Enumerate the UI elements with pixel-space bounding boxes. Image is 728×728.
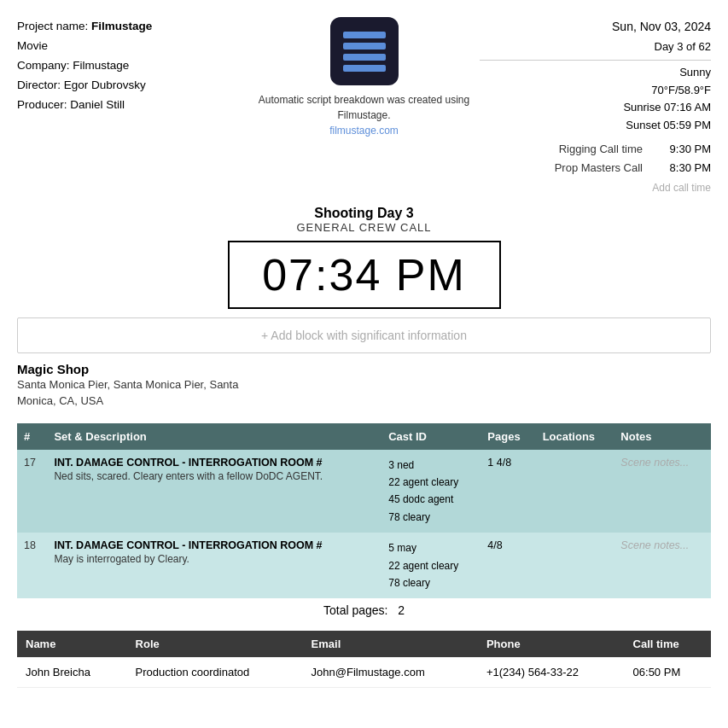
cast-table: Name Role Email Phone Call time John Bre… (17, 631, 711, 688)
prop-masters-row: Prop Masters Call 8:30 PM (480, 159, 711, 178)
list-item: John Breicha Production coordinatod John… (17, 657, 711, 688)
cast-call-time: 06:50 PM (625, 657, 711, 688)
total-pages-block: Total pages: 2 (17, 603, 711, 617)
scene-set-desc: INT. DAMAGE CONTROL - INTERROGATION ROOM… (47, 533, 381, 598)
date-display: Sun, Nov 03, 2024 (480, 17, 711, 38)
logo-lines (343, 32, 386, 72)
scene-cast-ids: 3 ned22 agent cleary45 dodc agent78 clea… (381, 450, 480, 533)
col-header-cast-id: Cast ID (381, 423, 480, 450)
producer-label: Producer: (17, 98, 67, 111)
col-header-pages: Pages (480, 423, 535, 450)
weather-condition: Sunny (480, 64, 711, 82)
cast-table-header-row: Name Role Email Phone Call time (17, 631, 711, 657)
weather-block: Sunny 70°F/58.9°F Sunrise 07:16 AM Sunse… (480, 64, 711, 135)
col-header-set-desc: Set & Description (47, 423, 381, 450)
cast-role: Production coordinatod (127, 657, 303, 688)
table-row: 17 INT. DAMAGE CONTROL - INTERROGATION R… (17, 450, 711, 533)
cast-col-call-time: Call time (625, 631, 711, 657)
location-address-line2: Monica, CA, USA (17, 394, 103, 407)
cast-col-phone: Phone (478, 631, 625, 657)
prop-masters-label: Prop Masters Call (555, 159, 643, 178)
director-name: Egor Dubrovsky (64, 79, 146, 91)
prop-masters-value: 8:30 PM (660, 159, 711, 178)
cast-phone: +1(234) 564-33-22 (478, 657, 625, 688)
cast-email: John@Filmustage.com (303, 657, 478, 688)
scene-set-desc: INT. DAMAGE CONTROL - INTERROGATION ROOM… (47, 450, 381, 533)
project-name: Filmustage (91, 20, 152, 32)
col-header-notes: Notes (614, 423, 711, 450)
cast-col-email: Email (303, 631, 478, 657)
scene-locations (536, 450, 614, 533)
sunrise: Sunrise 07:16 AM (480, 99, 711, 117)
day-info: Day 3 of 62 (480, 38, 711, 56)
col-header-locations: Locations (536, 423, 614, 450)
scene-num: 17 (17, 450, 47, 533)
company-name: Filmustage (73, 59, 129, 72)
filmustage-link[interactable]: filmustage.com (329, 125, 399, 137)
general-crew-label: GENERAL CREW CALL (17, 221, 711, 234)
location-address: Santa Monica Pier, Santa Monica Pier, Sa… (17, 376, 711, 410)
table-row: 18 INT. DAMAGE CONTROL - INTERROGATION R… (17, 533, 711, 598)
add-info-block[interactable]: + Add block with significant information (17, 317, 711, 353)
shooting-day-title: Shooting Day 3 (17, 206, 711, 221)
scene-table-header-row: # Set & Description Cast ID Pages Locati… (17, 423, 711, 450)
scene-pages: 1 4/8 (480, 450, 535, 533)
project-name-label: Project name: (17, 20, 88, 32)
rigging-call-row: Rigging Call time 9:30 PM (480, 140, 711, 159)
cast-col-role: Role (127, 631, 303, 657)
shooting-day-block: Shooting Day 3 GENERAL CREW CALL (17, 206, 711, 234)
date-weather-block: Sun, Nov 03, 2024 Day 3 of 62 Sunny 70°F… (480, 17, 711, 197)
scene-table: # Set & Description Cast ID Pages Locati… (17, 423, 711, 599)
scene-num: 18 (17, 533, 47, 598)
location-name: Magic Shop (17, 362, 711, 376)
cast-col-name: Name (17, 631, 127, 657)
director-label: Director: (17, 79, 61, 91)
scene-pages: 4/8 (480, 533, 535, 598)
center-block: Automatic script breakdown was created u… (248, 17, 480, 138)
total-pages-value: 2 (398, 603, 405, 617)
center-text-line1: Automatic script breakdown was created u… (259, 94, 469, 106)
time-display-box: 07:34 PM (228, 241, 501, 309)
time-value: 07:34 PM (230, 249, 499, 300)
location-address-line1: Santa Monica Pier, Santa Monica Pier, Sa… (17, 378, 238, 391)
project-info: Project name: Filmustage Movie Company: … (17, 17, 248, 115)
app-logo (330, 17, 399, 85)
temperature: 70°F/58.9°F (480, 82, 711, 100)
logo-line-2 (343, 43, 386, 50)
col-header-num: # (17, 423, 47, 450)
location-block: Magic Shop Santa Monica Pier, Santa Moni… (17, 362, 711, 410)
center-description: Automatic script breakdown was created u… (259, 92, 469, 138)
producer-name: Daniel Still (70, 98, 125, 111)
total-pages-label: Total pages: (323, 603, 388, 617)
logo-line-4 (343, 65, 386, 72)
cast-name: John Breicha (17, 657, 127, 688)
call-times-block: Rigging Call time 9:30 PM Prop Masters C… (480, 140, 711, 197)
add-call-time[interactable]: Add call time (480, 179, 711, 196)
company-label: Company: (17, 59, 70, 72)
scene-locations (536, 533, 614, 598)
rigging-call-label: Rigging Call time (559, 140, 643, 159)
scene-cast-ids: 5 may22 agent cleary78 cleary (381, 533, 480, 598)
scene-notes: Scene notes... (614, 533, 711, 598)
rigging-call-value: 9:30 PM (660, 140, 711, 159)
project-type: Movie (17, 39, 48, 52)
logo-line-1 (343, 32, 386, 38)
scene-notes: Scene notes... (614, 450, 711, 533)
sunset: Sunset 05:59 PM (480, 117, 711, 135)
center-text-line2: Filmustage. (337, 109, 390, 121)
logo-line-3 (343, 54, 386, 61)
